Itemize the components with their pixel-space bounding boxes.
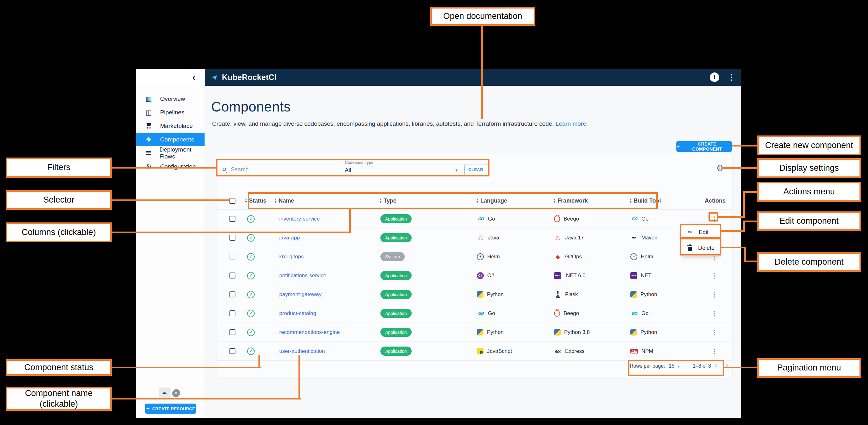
sidebar-item-marketplace[interactable]: Marketplace: [136, 119, 205, 133]
component-name-link[interactable]: payment-gateway: [279, 291, 321, 298]
row-actions-kebab-icon[interactable]: [711, 216, 717, 222]
sidebar-item-pipelines[interactable]: Pipelines: [136, 105, 205, 119]
cart-icon: [145, 122, 153, 130]
row-actions-kebab-icon[interactable]: [711, 310, 717, 317]
topbar-kebab-icon[interactable]: ⋮: [727, 73, 736, 81]
row-checkbox[interactable]: [229, 291, 236, 297]
callout-display-settings: Display settings: [757, 158, 861, 178]
gear-icon: [145, 163, 153, 170]
row-checkbox[interactable]: [229, 348, 236, 354]
codebase-type-label: Codebase Type: [345, 160, 373, 165]
table-row: payment-gateway Application Python Flask…: [217, 285, 732, 304]
connector-delete-a: [721, 247, 746, 248]
type-badge: Application: [380, 233, 412, 242]
column-header-type[interactable]: Type: [375, 198, 472, 204]
connector-edit-b: [743, 221, 745, 232]
row-checkbox[interactable]: [229, 216, 236, 222]
language-icon: [477, 215, 485, 223]
framework-label: .NET 6.0: [564, 272, 586, 279]
select-all-checkbox[interactable]: [229, 198, 236, 204]
collapse-sidebar-icon[interactable]: ‹: [192, 72, 195, 82]
build-tool-icon: [630, 272, 637, 279]
connector-delete-b: [744, 247, 746, 262]
connector-columns-a: [112, 232, 351, 233]
quill-button[interactable]: ✒: [159, 388, 170, 399]
sort-arrows-icon: [380, 198, 381, 203]
sidebar-item-label: Overview: [160, 95, 185, 102]
page-description: Create, view, and manage diverse codebas…: [212, 120, 588, 127]
table-row: recommendations-engine Application Pytho…: [217, 323, 732, 342]
previous-page-icon[interactable]: ‹: [715, 361, 718, 369]
component-name-link[interactable]: inventory-service: [279, 216, 320, 222]
build-tool-icon: [630, 310, 638, 317]
framework-icon: [554, 348, 562, 355]
sidebar-item-configuration[interactable]: Configuration: [136, 160, 205, 173]
component-name-link[interactable]: java-app: [279, 235, 300, 241]
connector-edit-c: [743, 221, 757, 222]
framework-label: Python 3.8: [564, 329, 590, 335]
pagination-bar: Rows per page: 15 ▾ 1–8 of 8 ‹ ›: [217, 357, 732, 377]
framework-icon: [554, 310, 560, 317]
build-tool-label: Python: [641, 291, 657, 298]
chevron-down-icon[interactable]: ▾: [678, 364, 680, 369]
rows-per-page-select[interactable]: 15: [669, 363, 675, 369]
widget-button[interactable]: ⚙: [170, 388, 182, 399]
row-checkbox[interactable]: [229, 329, 236, 335]
row-checkbox[interactable]: [229, 310, 236, 316]
build-tool-label: Go: [641, 310, 649, 317]
language-icon: [477, 348, 484, 354]
connector-delete-c: [744, 261, 757, 262]
codebase-type-select[interactable]: All: [345, 167, 351, 173]
app-window: ➤ KubeRocketCI i ⋮ ‹ Overview Pipelines …: [136, 69, 741, 418]
plus-icon: +: [146, 405, 150, 412]
component-name-link[interactable]: product-catalog: [279, 310, 316, 317]
sidebar-item-overview[interactable]: Overview: [136, 92, 205, 105]
component-name-link[interactable]: krci-gitops: [279, 254, 304, 260]
connector-name-b: [299, 355, 300, 399]
build-tool-icon: [630, 253, 637, 260]
component-name-link[interactable]: user-authentication: [279, 348, 325, 354]
column-header-language[interactable]: Language: [472, 198, 549, 204]
delete-menu-item[interactable]: Delete: [681, 240, 720, 256]
overview-icon: [145, 95, 153, 103]
framework-label: Express: [565, 348, 584, 354]
row-actions-kebab-icon[interactable]: [711, 272, 717, 279]
row-checkbox[interactable]: [229, 272, 236, 279]
row-actions-kebab-icon[interactable]: [711, 329, 717, 335]
framework-label: Beego: [563, 216, 579, 222]
search-input[interactable]: Search: [231, 166, 249, 173]
callout-create-new-component: Create new component: [757, 135, 861, 155]
create-resource-button[interactable]: + CREATE RESOURCE: [145, 403, 196, 414]
create-component-button[interactable]: + CREATE COMPONENT: [676, 141, 732, 152]
chevron-down-icon[interactable]: ▾: [456, 168, 458, 173]
framework-label: Flask: [565, 291, 578, 298]
connector-status-b: [258, 355, 260, 368]
row-checkbox[interactable]: [229, 254, 236, 260]
sidebar-item-components[interactable]: Components: [136, 133, 205, 146]
type-badge: Application: [380, 309, 412, 318]
component-name-link[interactable]: recommendations-engine: [279, 329, 340, 335]
language-icon: [477, 234, 485, 242]
clear-filters-button[interactable]: CLEAR: [464, 164, 487, 175]
column-header-framework[interactable]: Framework: [549, 198, 627, 204]
column-header-status[interactable]: Status: [241, 198, 271, 204]
component-name-link[interactable]: notifications-service: [279, 272, 326, 279]
language-label: Go: [488, 216, 495, 222]
sidebar-item-deployment-flows[interactable]: Deployment Flows: [136, 146, 205, 160]
row-actions-kebab-icon[interactable]: [711, 348, 717, 354]
edit-menu-item[interactable]: ✏ Edit: [681, 224, 720, 240]
callout-delete-component: Delete component: [757, 252, 861, 272]
row-actions-kebab-icon[interactable]: [711, 291, 717, 298]
flows-icon: [145, 149, 152, 157]
column-header-name[interactable]: Name: [271, 198, 375, 204]
build-tool-icon: [630, 329, 637, 335]
info-icon[interactable]: i: [710, 72, 719, 82]
language-icon: [477, 291, 484, 298]
sidebar-item-label: Marketplace: [160, 123, 193, 129]
column-header-build-tool[interactable]: Build Tool: [627, 198, 702, 204]
pencil-icon: ✏: [688, 229, 692, 236]
row-checkbox[interactable]: [229, 235, 236, 241]
callout-pagination-menu: Pagination menu: [757, 358, 861, 378]
table-header: Status Name Type Language Framework Buil…: [217, 192, 732, 209]
learn-more-link[interactable]: Learn more.: [556, 120, 588, 127]
